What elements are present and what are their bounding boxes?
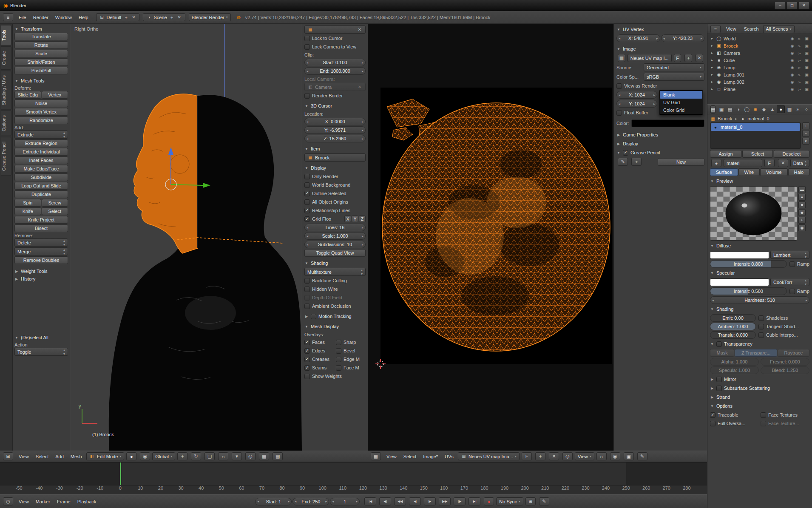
toolshelf-tab[interactable]: Create bbox=[1, 46, 11, 70]
tool-button[interactable]: Select bbox=[42, 207, 68, 215]
tool-button[interactable]: Knife Project bbox=[14, 216, 68, 224]
outliner-display-dropdown[interactable]: All Scenes▾ bbox=[763, 25, 795, 33]
panel-header-options[interactable]: ▼Options bbox=[710, 402, 809, 410]
outliner-row[interactable]: ▸ ◯ World ◉ ▻ ▣ bbox=[707, 35, 812, 42]
renderability-camera-icon[interactable]: ▣ bbox=[804, 73, 809, 77]
close-button[interactable]: ✕ bbox=[798, 2, 809, 9]
screen-selector[interactable]: ⊞ Default ＋ ✕ bbox=[96, 13, 140, 21]
diffuse-color-swatch[interactable] bbox=[710, 251, 769, 259]
tool-button[interactable]: Bisect bbox=[14, 224, 68, 232]
image-height-field[interactable]: ◂Y: 1024▸ bbox=[616, 100, 657, 108]
properties-tab[interactable]: ◯ bbox=[743, 105, 751, 113]
properties-tab[interactable]: ▲ bbox=[768, 105, 776, 113]
tool-button[interactable]: Spin bbox=[14, 199, 41, 207]
add-icon[interactable]: ＋ bbox=[169, 14, 175, 20]
checkbox-row[interactable]: ✓Edges bbox=[304, 347, 334, 355]
selectability-arrow-icon[interactable]: ▻ bbox=[797, 58, 802, 62]
checkbox-row[interactable]: ✓Relationship Lines bbox=[304, 207, 366, 214]
uv-y-field[interactable]: ◂Y: 420.23▸ bbox=[661, 34, 704, 42]
viewport-shading-dropdown[interactable]: ● bbox=[126, 452, 136, 460]
properties-tab[interactable]: ▤ bbox=[726, 105, 734, 113]
checkbox-row[interactable]: ✓Outline Selected bbox=[304, 190, 366, 197]
shading-value-field[interactable]: Translu: 0.000 bbox=[710, 331, 756, 339]
manipulator-scale-icon[interactable]: ▢ bbox=[204, 452, 215, 460]
expand-triangle-icon[interactable]: ▸ bbox=[710, 37, 714, 40]
outliner-row[interactable]: ▸ ◉ Lamp ◉ ▻ ▣ bbox=[707, 64, 812, 71]
checkbox-row[interactable]: ✓Edge M bbox=[336, 355, 366, 363]
preview-type-button[interactable]: ▬ bbox=[798, 186, 806, 193]
shading-mode-dropdown[interactable]: Multitexture▴▾ bbox=[304, 268, 366, 276]
diffuse-ramp-check[interactable]: ✓Ramp bbox=[789, 260, 809, 268]
visibility-eye-icon[interactable]: ◉ bbox=[789, 65, 795, 70]
viewport-3d[interactable]: y Right Ortho (1) Broock bbox=[70, 24, 302, 451]
expand-triangle-icon[interactable]: ▸ bbox=[710, 73, 714, 77]
transform-orientation-dropdown[interactable]: Global▾ bbox=[152, 452, 175, 460]
toolshelf-tab[interactable]: Grease Pencil bbox=[1, 137, 11, 176]
panel-header-transform[interactable]: ▼Transform bbox=[14, 25, 68, 33]
specular-ramp-check[interactable]: ✓Ramp bbox=[789, 287, 809, 295]
tool-button[interactable]: Randomize bbox=[14, 116, 68, 124]
playback-button[interactable]: ▶▶ bbox=[439, 497, 451, 505]
properties-tab[interactable]: ∗ bbox=[794, 105, 802, 113]
tool-button[interactable]: Slide Edg bbox=[14, 91, 41, 99]
render-border-check[interactable]: ✓Render Border bbox=[304, 92, 366, 99]
menu-item[interactable]: Frame bbox=[54, 498, 74, 505]
transparency-field[interactable]: Specula: 1.000 bbox=[710, 366, 759, 374]
uv-pivot-dropdown[interactable]: View▾ bbox=[575, 452, 594, 460]
transparency-mode-button[interactable]: Mask bbox=[710, 349, 734, 357]
outliner-row[interactable]: ▸ ◧ Camera ◉ ▻ ▣ bbox=[707, 49, 812, 57]
minimize-button[interactable]: – bbox=[775, 2, 786, 9]
panel-header-mesh-display[interactable]: ▼Mesh Display bbox=[304, 323, 366, 330]
tool-button[interactable]: Shrink/Fatten bbox=[14, 58, 68, 66]
specular-shader-dropdown[interactable]: CookTorr▴▾ bbox=[770, 278, 809, 286]
grease-pencil-new-button[interactable]: New bbox=[658, 158, 704, 166]
image-browse-icon[interactable]: ▦ bbox=[618, 54, 625, 62]
tool-button[interactable]: Smooth Vertex bbox=[14, 108, 68, 116]
renderability-camera-icon[interactable]: ▣ bbox=[804, 80, 809, 84]
material-slot-list[interactable]: ● material_0 bbox=[710, 122, 801, 149]
properties-tab[interactable]: ◆ bbox=[760, 105, 768, 113]
checkbox-row[interactable]: ✓Hidden Wire bbox=[304, 285, 366, 293]
editor-type-3dview-icon[interactable]: ⊞ bbox=[3, 452, 13, 460]
tool-button[interactable]: Extrude Region bbox=[14, 139, 68, 147]
close-icon[interactable]: ✕ bbox=[131, 15, 136, 20]
panel-header-game-properties[interactable]: ▶Game Properties bbox=[616, 131, 704, 139]
snap-element-dropdown[interactable]: ▾ bbox=[232, 452, 242, 460]
fake-user-button[interactable]: F bbox=[764, 159, 775, 167]
checkbox-row[interactable]: ✓Face M bbox=[336, 364, 366, 372]
lock-to-object-field[interactable]: ▦✕ bbox=[304, 26, 366, 34]
insert-key-icon[interactable]: ✎ bbox=[539, 497, 549, 505]
record-button[interactable]: ● bbox=[484, 497, 494, 505]
tool-button[interactable]: Duplicate bbox=[14, 190, 68, 198]
properties-tab[interactable]: ○ bbox=[802, 105, 810, 113]
outliner-row[interactable]: ▸ ◉ Lamp.002 ◉ ▻ ▣ bbox=[707, 78, 812, 85]
unlink-image-icon[interactable]: ✕ bbox=[549, 452, 559, 460]
new-image-icon[interactable]: ＋ bbox=[684, 54, 692, 62]
snap-magnet-icon[interactable]: ∩ bbox=[218, 452, 228, 460]
tool-button[interactable]: Scale bbox=[14, 50, 68, 57]
grid-field[interactable]: ◂Scale: 1.000▸ bbox=[304, 232, 366, 240]
current-frame-playhead[interactable] bbox=[120, 463, 121, 485]
playback-button[interactable]: ▶ bbox=[424, 497, 436, 505]
local-camera-field[interactable]: ◧Camera✕ bbox=[304, 83, 366, 91]
menu-item[interactable]: Select bbox=[32, 453, 52, 460]
menu-item[interactable]: Select bbox=[400, 453, 420, 460]
panel-header-strand[interactable]: ▶Strand bbox=[710, 393, 809, 401]
expand-triangle-icon[interactable]: ▸ bbox=[710, 65, 714, 69]
expand-triangle-icon[interactable]: ▸ bbox=[710, 87, 714, 91]
toolshelf-tab[interactable]: Tools bbox=[1, 25, 11, 45]
maximize-button[interactable]: □ bbox=[786, 2, 798, 9]
uv-select-mode-icon[interactable]: ◉ bbox=[610, 452, 620, 460]
panel-header-mirror[interactable]: ▶✓Mirror bbox=[710, 375, 809, 383]
panel-header-weight-tools[interactable]: ▶Weight Tools bbox=[14, 267, 68, 275]
renderability-camera-icon[interactable]: ▣ bbox=[804, 51, 809, 55]
checkbox-row[interactable]: ✓Bevel bbox=[336, 347, 366, 355]
selectability-arrow-icon[interactable]: ▻ bbox=[797, 65, 802, 70]
colorspace-dropdown[interactable]: sRGB▾ bbox=[644, 73, 704, 81]
checkbox-row[interactable]: ✓Shadeless bbox=[758, 314, 788, 322]
selectability-arrow-icon[interactable]: ▻ bbox=[797, 73, 802, 77]
uv-x-field[interactable]: ◂X: 548.91▸ bbox=[616, 34, 660, 42]
timeline-scrub-area[interactable] bbox=[0, 463, 707, 485]
frame-start-field[interactable]: ◂Start: 1▸ bbox=[255, 498, 292, 505]
playback-button[interactable]: |◀ bbox=[364, 497, 376, 505]
